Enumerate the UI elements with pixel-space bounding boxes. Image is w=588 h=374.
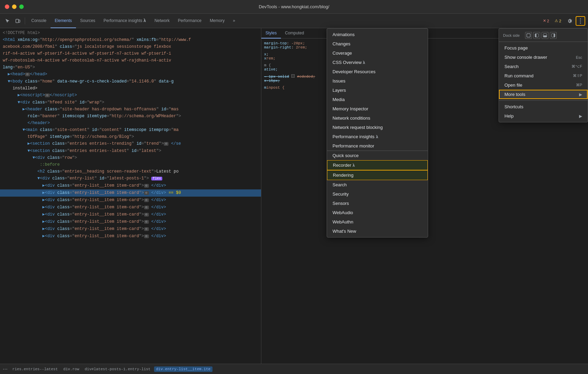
menu-item-security[interactable]: Security xyxy=(327,189,428,199)
more-tools-submenu: Animations Changes Coverage CSS Overview… xyxy=(327,28,428,238)
inspect-icon[interactable] xyxy=(3,16,12,26)
maximize-button[interactable] xyxy=(19,4,24,9)
dom-line: ▶<div class="entry-list__item item-card"… xyxy=(0,204,261,211)
menu-item-issues[interactable]: Issues xyxy=(327,76,428,86)
menu-item-changes[interactable]: Changes xyxy=(327,39,428,48)
dom-line: ▶<div class="entry-list__item item-card"… xyxy=(0,182,261,189)
menu-item-show-console-drawer[interactable]: Show console drawer Esc xyxy=(499,53,588,62)
menu-item-css-overview[interactable]: CSS Overview 𝝺 xyxy=(327,58,428,67)
dom-line: ▶<div class="entry-list__item item-card"… xyxy=(0,197,261,204)
svg-rect-10 xyxy=(554,34,555,37)
tab-more[interactable]: » xyxy=(229,14,239,28)
svg-point-4 xyxy=(580,22,581,23)
device-toggle-icon[interactable] xyxy=(13,16,23,26)
dom-line: ▶<div class="entry-list__item item-card"… xyxy=(0,218,261,226)
dom-line: ▼<main class="site-content" id="content"… xyxy=(0,126,261,133)
svg-point-3 xyxy=(580,20,581,21)
dom-panel[interactable]: <!DOCTYPE html> <html xmlns:og="http://o… xyxy=(0,28,261,364)
error-count[interactable]: ✕ 2 xyxy=(541,18,551,24)
dom-line: installed> xyxy=(0,85,261,92)
devtools-toolbar: Console Elements Sources Performance ins… xyxy=(0,14,588,28)
breadcrumb-item[interactable]: ries.entries--latest xyxy=(10,366,60,372)
tab-console[interactable]: Console xyxy=(27,14,51,28)
menu-item-quick-source[interactable]: Quick source xyxy=(327,151,428,160)
titlebar: DevTools - www.hongkiat.com/blog/ xyxy=(0,0,588,14)
menu-item-performance-monitor[interactable]: Performance monitor xyxy=(327,141,428,151)
tab-performance[interactable]: Performance xyxy=(174,14,206,28)
menu-item-memory-inspector[interactable]: Memory Inspector xyxy=(327,104,428,113)
menu-item-help[interactable]: Help ▶ xyxy=(499,111,588,121)
dom-line: wf-robotoslab-n4-active wf-robotoslab-n7… xyxy=(0,57,261,64)
traffic-lights xyxy=(5,4,24,9)
tab-styles[interactable]: Styles xyxy=(261,28,281,38)
tab-network[interactable]: Network xyxy=(150,14,174,28)
dom-line: role="banner" itemscope itemtype="http:/… xyxy=(0,113,261,120)
menu-item-shortcuts[interactable]: Shortcuts xyxy=(499,102,588,111)
menu-item-recorder[interactable]: Recorder 𝝺 xyxy=(327,160,428,170)
tab-computed[interactable]: Computed xyxy=(281,28,308,38)
menu-item-layers[interactable]: Layers xyxy=(327,86,428,95)
dom-line: <!DOCTYPE html> xyxy=(0,30,261,36)
tab-sources[interactable]: Sources xyxy=(76,14,99,28)
breadcrumb-item[interactable]: div.row xyxy=(61,366,81,372)
dom-line: ▶<noscript>⊙</noscript> xyxy=(0,92,261,99)
menu-item-media[interactable]: Media xyxy=(327,95,428,104)
menu-item-search[interactable]: Search ⌘⌥F xyxy=(499,62,588,71)
dock-undock-icon[interactable] xyxy=(525,32,532,39)
dom-line: <h2 class="entries__heading screen-reade… xyxy=(0,168,261,175)
dom-line: lang="en-US"> xyxy=(0,64,261,71)
dom-line: ▶<head>⊙</head> xyxy=(0,71,261,78)
menu-item-whats-new[interactable]: What's New xyxy=(327,227,428,236)
dom-line: acebook.com/2008/fbml" class="js localst… xyxy=(0,43,261,50)
svg-rect-1 xyxy=(19,20,20,22)
menu-item-performance-insights[interactable]: Performance insights 𝝺 xyxy=(327,132,428,141)
dom-line: ▼<div class="hfeed site" id="wrap"> xyxy=(0,99,261,106)
main-tabs: Console Elements Sources Performance ins… xyxy=(27,14,540,28)
dom-line: </header> xyxy=(0,120,261,126)
menu-item-run-command[interactable]: Run command ⌘⇧P xyxy=(499,71,588,80)
menu-item-rendering[interactable]: Rendering xyxy=(327,170,428,180)
warning-count[interactable]: ⚠ 2 xyxy=(553,18,563,24)
menu-item-sensors[interactable]: Sensors xyxy=(327,199,428,208)
breadcrumb-item-active[interactable]: div.entry-list__item.ite xyxy=(154,366,213,372)
minimize-button[interactable] xyxy=(12,4,17,9)
menu-divider-2 xyxy=(499,100,588,101)
dom-line: ▼<div class="row"> xyxy=(0,154,261,161)
more-options-button[interactable] xyxy=(576,16,585,26)
breadcrumb-item[interactable]: div#latest-posts-1.entry-list xyxy=(83,366,152,372)
dom-line: rif-n4-active wf-ptserif-i4-active wf-pt… xyxy=(0,50,261,57)
dom-line: ▼<section class="entries entries--latest… xyxy=(0,147,261,154)
dock-bottom-icon[interactable] xyxy=(542,32,548,39)
toolbar-divider-1 xyxy=(25,18,25,24)
window-title: DevTools - www.hongkiat.com/blog/ xyxy=(259,4,329,9)
dom-line: ▶<div class="entry-list__item item-card"… xyxy=(0,233,261,240)
menu-item-more-tools[interactable]: More tools ▶ xyxy=(499,90,588,99)
tab-memory[interactable]: Memory xyxy=(206,14,229,28)
menu-item-focus-page[interactable]: Focus page xyxy=(499,43,588,53)
tab-performance-insights[interactable]: Performance insights 𝝺 xyxy=(99,14,150,28)
main-context-menu: Dock side Focus page Show console xyxy=(499,28,588,122)
menu-item-webauthn[interactable]: WebAuthn xyxy=(327,217,428,227)
dock-right-icon[interactable] xyxy=(550,32,557,39)
dom-line: ▶<div class="entry-list__item item-card"… xyxy=(0,211,261,218)
menu-item-webaudio[interactable]: WebAudio xyxy=(327,208,428,217)
dom-line: ▼<body class="home" data-new-gr-c-s-chec… xyxy=(0,78,261,85)
toolbar-right: ✕ 2 ⚠ 2 xyxy=(541,16,585,26)
dom-line: ▶<section class="entries entries--trendi… xyxy=(0,140,261,147)
menu-item-network-request-blocking[interactable]: Network request blocking xyxy=(327,123,428,132)
settings-button[interactable] xyxy=(565,16,574,26)
menu-item-network-conditions[interactable]: Network conditions xyxy=(327,113,428,123)
tab-elements[interactable]: Elements xyxy=(51,14,76,28)
svg-rect-5 xyxy=(527,34,530,37)
menu-item-search[interactable]: Search xyxy=(327,180,428,189)
menu-divider xyxy=(499,42,588,42)
dom-line: ▼<div class="entry-list" id="latest-post… xyxy=(0,175,261,182)
menu-item-animations[interactable]: Animations xyxy=(327,30,428,39)
menu-item-developer-resources[interactable]: Developer Resources xyxy=(327,67,428,76)
svg-rect-8 xyxy=(543,35,547,37)
menu-item-open-file[interactable]: Open file ⌘P xyxy=(499,80,588,90)
close-button[interactable] xyxy=(5,4,9,9)
dock-left-icon[interactable] xyxy=(533,32,540,39)
menu-item-coverage[interactable]: Coverage xyxy=(327,48,428,58)
dom-line: ▶<header class="site-header has-dropdown… xyxy=(0,106,261,113)
